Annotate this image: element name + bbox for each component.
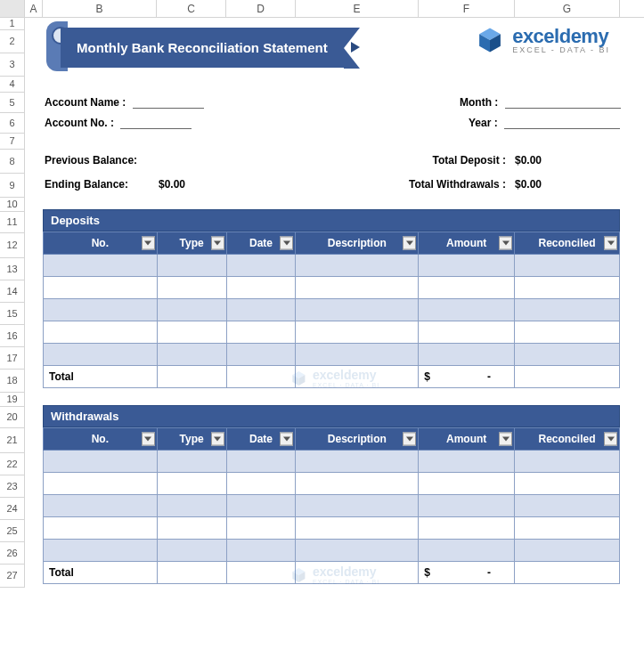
filter-icon[interactable]: [604, 433, 617, 446]
account-no-label: Account No. :: [45, 117, 114, 129]
row-header-21[interactable]: 21: [0, 428, 24, 453]
prev-balance-label: Previous Balance:: [45, 154, 137, 167]
total-deposit-label: Total Deposit :: [433, 154, 506, 167]
table-row[interactable]: [44, 255, 620, 277]
row-header-11[interactable]: 11: [0, 212, 24, 233]
account-name-label: Account Name :: [45, 96, 126, 109]
deposits-table: No. Type Date Description Amount Reconci…: [43, 232, 620, 388]
filter-icon[interactable]: [499, 237, 512, 250]
col-header-F[interactable]: F: [419, 0, 515, 17]
table-row[interactable]: [44, 344, 620, 366]
row-header-5[interactable]: 5: [0, 93, 24, 113]
row-header-27[interactable]: 27: [0, 565, 24, 588]
th-amt: Amount: [446, 237, 486, 249]
table-row[interactable]: [44, 451, 620, 473]
row-headers: 1234567891011121314151617181920212223242…: [0, 18, 25, 588]
deposits-title: Deposits: [43, 209, 620, 232]
total-deposit-value: $0.00: [515, 154, 542, 167]
th-rec: Reconciled: [539, 237, 596, 249]
table-row[interactable]: [44, 495, 620, 517]
month-input[interactable]: [505, 96, 621, 109]
row-header-9[interactable]: 9: [0, 174, 24, 198]
filter-icon[interactable]: [211, 433, 224, 446]
table-row[interactable]: [44, 321, 620, 344]
row-header-19[interactable]: 19: [0, 393, 24, 407]
row-header-25[interactable]: 25: [0, 520, 24, 542]
row-header-18[interactable]: 18: [0, 370, 24, 393]
col-header-E[interactable]: E: [296, 0, 419, 17]
select-all-corner[interactable]: [0, 0, 25, 17]
total-withdrawals-value: $0.00: [515, 178, 542, 191]
total-label: Total: [44, 562, 158, 584]
ending-balance-value: $0.00: [159, 178, 185, 191]
total-label: Total: [44, 366, 158, 388]
filter-icon[interactable]: [280, 237, 293, 250]
title-banner: Monthly Bank Reconciliation Statement: [46, 25, 344, 69]
year-input[interactable]: [504, 117, 620, 129]
row-header-15[interactable]: 15: [0, 303, 24, 325]
row-header-14[interactable]: 14: [0, 280, 24, 303]
row-header-6[interactable]: 6: [0, 113, 24, 134]
filter-icon[interactable]: [499, 433, 512, 446]
filter-icon[interactable]: [403, 237, 416, 250]
row-header-24[interactable]: 24: [0, 498, 24, 520]
account-name-input[interactable]: [133, 96, 204, 109]
withdrawals-table: No. Type Date Description Amount Reconci…: [43, 427, 620, 584]
row-header-1[interactable]: 1: [0, 18, 24, 30]
filter-icon[interactable]: [403, 433, 416, 446]
row-header-13[interactable]: 13: [0, 258, 24, 280]
row-header-22[interactable]: 22: [0, 453, 24, 475]
th-desc: Description: [328, 433, 387, 445]
filter-icon[interactable]: [211, 237, 224, 250]
th-no: No.: [92, 433, 109, 445]
brand-logo: exceldemy EXCEL - DATA - BI: [475, 25, 610, 55]
withdrawals-title: Withdrawals: [43, 405, 620, 427]
year-label: Year :: [469, 117, 498, 129]
row-header-3[interactable]: 3: [0, 53, 24, 77]
filter-icon[interactable]: [604, 237, 617, 250]
filter-icon[interactable]: [142, 237, 155, 250]
table-row[interactable]: [44, 299, 620, 321]
row-header-16[interactable]: 16: [0, 325, 24, 347]
th-type: Type: [180, 237, 204, 249]
th-date: Date: [249, 433, 273, 445]
row-header-26[interactable]: 26: [0, 542, 24, 565]
th-amt: Amount: [446, 433, 486, 445]
col-header-A[interactable]: A: [25, 0, 43, 17]
table-row[interactable]: [44, 517, 620, 540]
th-rec: Reconciled: [539, 433, 596, 445]
filter-icon[interactable]: [280, 433, 293, 446]
col-header-C[interactable]: C: [157, 0, 226, 17]
col-header-G[interactable]: G: [515, 0, 620, 17]
ending-balance-label: Ending Balance:: [45, 178, 128, 191]
row-header-4[interactable]: 4: [0, 77, 24, 93]
cube-icon: [475, 25, 505, 55]
account-no-input[interactable]: [120, 117, 192, 129]
row-header-23[interactable]: 23: [0, 475, 24, 498]
logo-brand: exceldemy: [512, 27, 610, 46]
column-headers: A B C D E F G: [0, 0, 644, 18]
th-date: Date: [249, 237, 273, 249]
row-header-17[interactable]: 17: [0, 347, 24, 370]
total-withdrawals-label: Total Withdrawals :: [409, 178, 506, 191]
filter-icon[interactable]: [142, 433, 155, 446]
row-header-12[interactable]: 12: [0, 233, 24, 258]
banner-text: Monthly Bank Reconciliation Statement: [77, 40, 328, 55]
deposits-total-row: Total $-: [44, 366, 620, 388]
row-header-10[interactable]: 10: [0, 198, 24, 212]
th-type: Type: [180, 433, 204, 445]
row-header-20[interactable]: 20: [0, 407, 24, 428]
table-row[interactable]: [44, 473, 620, 495]
col-header-B[interactable]: B: [43, 0, 157, 17]
month-label: Month :: [460, 96, 498, 109]
grid-area[interactable]: Monthly Bank Reconciliation Statement ex…: [25, 18, 644, 588]
logo-sub: EXCEL - DATA - BI: [512, 46, 610, 54]
row-header-7[interactable]: 7: [0, 134, 24, 150]
row-header-2[interactable]: 2: [0, 30, 24, 53]
col-header-D[interactable]: D: [226, 0, 296, 17]
th-no: No.: [92, 237, 109, 249]
table-row[interactable]: [44, 540, 620, 562]
th-desc: Description: [328, 237, 387, 249]
table-row[interactable]: [44, 277, 620, 299]
row-header-8[interactable]: 8: [0, 150, 24, 174]
